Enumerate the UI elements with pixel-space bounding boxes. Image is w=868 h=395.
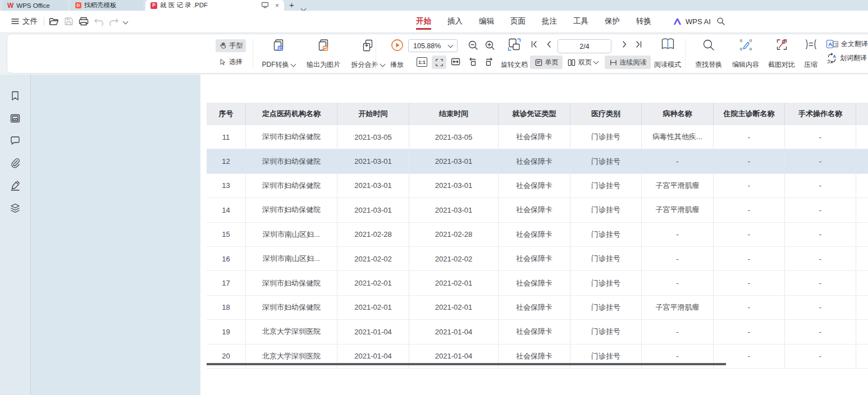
pdf-page[interactable]: 序号定点医药机构名称开始时间结束时间就诊凭证类型医疗类别病种名称住院主诊断名称手… — [200, 75, 868, 395]
table-cell: 2021-03-05 — [337, 125, 409, 149]
previous-page-button[interactable] — [545, 40, 553, 50]
first-page-button[interactable] — [530, 40, 538, 50]
quick-access-chevron-icon[interactable] — [124, 11, 127, 32]
tab-wps-office[interactable]: W WPS Office — [2, 0, 68, 11]
table-row[interactable]: 13深圳市妇幼保健院2021-03-012021-03-01社会保障卡门诊挂号子… — [207, 174, 868, 198]
rotate-left-button[interactable] — [468, 57, 478, 69]
screenshot-compare-button[interactable]: 截图对比 — [764, 38, 799, 70]
table-cell: - — [642, 223, 714, 246]
full-translate-button[interactable]: A 文 全文翻译 — [826, 39, 868, 49]
table-cell: - — [642, 320, 714, 343]
last-page-button[interactable] — [635, 40, 643, 50]
table-row[interactable]: 16深圳市南山区妇...2021-02-022021-02-02社会保障卡门诊挂… — [207, 247, 868, 271]
table-cell: 2021-02-28 — [409, 223, 499, 246]
zoom-out-button[interactable] — [468, 40, 479, 53]
pdf-convert-button[interactable]: W PDF转换 — [256, 38, 301, 70]
fit-page-button[interactable] — [450, 57, 461, 69]
open-file-button[interactable] — [48, 11, 60, 32]
signature-pen-icon — [10, 180, 21, 191]
rotate-right-button[interactable] — [483, 57, 494, 69]
menu-4[interactable]: 批注 — [542, 11, 557, 32]
next-page-button[interactable] — [620, 40, 628, 50]
undo-button[interactable] — [94, 11, 104, 32]
double-page-icon — [567, 58, 576, 67]
bookmarks-panel-button[interactable] — [10, 90, 21, 102]
menu-7[interactable]: 转换 — [636, 11, 651, 32]
table-row[interactable]: 15深圳市南山区妇...2021-02-282021-02-28社会保障卡门诊挂… — [207, 223, 868, 247]
redo-icon — [108, 17, 119, 26]
close-tab-icon[interactable]: × — [275, 2, 279, 10]
continuous-read-button[interactable]: 连续阅读 — [605, 56, 651, 69]
layers-panel-button[interactable] — [10, 203, 21, 214]
find-replace-button[interactable]: 查找替换 — [690, 38, 727, 70]
read-mode-button[interactable]: 阅读模式 — [646, 37, 689, 70]
new-tab-button[interactable]: + — [289, 0, 294, 10]
actual-size-button[interactable]: 1:1 — [417, 57, 427, 67]
table-row[interactable]: 11深圳市妇幼保健院2021-03-052021-03-05社会保障卡门诊挂号病… — [207, 125, 868, 149]
tab-label: 找稻壳模板 — [84, 1, 117, 10]
table-cell: 深圳市妇幼保健院 — [246, 149, 337, 173]
table-cell: - — [785, 149, 856, 173]
table-row[interactable]: 18深圳市妇幼保健院2021-02-012021-02-01社会保障卡门诊挂号子… — [207, 296, 868, 320]
fit-width-button[interactable] — [432, 56, 446, 69]
tab-document[interactable]: P 就 医 记 录 .PDF × — [145, 0, 284, 11]
wps-logo-icon: W — [7, 2, 13, 9]
zoom-in-button[interactable] — [485, 40, 496, 53]
table-cell: 社会保障卡 — [499, 296, 570, 319]
document-canvas[interactable]: 序号定点医药机构名称开始时间结束时间就诊凭证类型医疗类别病种名称住院主诊断名称手… — [31, 75, 868, 395]
zoom-level-select[interactable]: 105.88% — [408, 39, 458, 52]
edit-content-button[interactable]: 编辑内容 — [727, 38, 764, 70]
comments-panel-button[interactable] — [10, 135, 21, 146]
menu-1[interactable]: 插入 — [447, 11, 463, 32]
table-row[interactable]: 19北京大学深圳医院2021-01-042021-01-04社会保障卡门诊挂号-… — [207, 320, 868, 344]
menu-3[interactable]: 页面 — [510, 11, 526, 32]
table-cell: 门诊挂号 — [570, 271, 642, 295]
menu-2[interactable]: 编辑 — [479, 11, 494, 32]
print-button[interactable] — [78, 11, 89, 32]
divider — [44, 17, 44, 26]
table-cell: 2021-02-01 — [337, 296, 409, 319]
export-image-button[interactable]: 输出为图片 — [301, 38, 346, 70]
bookmark-icon — [10, 90, 21, 102]
thumbnails-panel-button[interactable] — [10, 113, 21, 124]
select-tool-button[interactable]: 选择 — [216, 56, 246, 68]
toolbar: 手型 选择 W PDF转换 输出为图片 拆分合并 — [7, 34, 868, 74]
search-menu-button[interactable] — [716, 11, 725, 32]
tab-docer[interactable]: D 找稻壳模板 — [70, 0, 143, 11]
table-row[interactable]: 12深圳市妇幼保健院2021-03-012021-03-01社会保障卡门诊挂号-… — [207, 149, 868, 173]
table-cell: 深圳市妇幼保健院 — [246, 271, 337, 295]
tab-label: WPS Office — [16, 2, 49, 9]
double-page-button[interactable]: 双页 — [567, 56, 598, 69]
table-cell: 11 — [207, 125, 246, 149]
page-number-input[interactable]: 2/4 — [558, 39, 611, 53]
attachments-panel-button[interactable] — [10, 158, 21, 169]
table-cell: - — [714, 271, 785, 295]
redo-button[interactable] — [108, 11, 119, 32]
table-cell: 深圳市南山区妇... — [246, 247, 337, 270]
table-cell: 子宫平滑肌瘤 — [642, 296, 714, 319]
zoom-in-icon — [485, 40, 496, 51]
table-cell: 2021-02-01 — [337, 271, 409, 295]
hand-tool-button[interactable]: 手型 — [216, 39, 246, 52]
rotate-document-button[interactable]: 旋转文档 — [495, 37, 534, 70]
present-to-screen-icon[interactable] — [261, 2, 269, 10]
table-cell: 17 — [207, 271, 246, 295]
table-cell: 社会保障卡 — [499, 198, 570, 222]
table-cell — [856, 223, 868, 246]
wps-ai-button[interactable]: WPS AI — [673, 11, 711, 32]
table-row[interactable]: 17深圳市妇幼保健院2021-02-012021-02-01社会保障卡门诊挂号-… — [207, 271, 868, 295]
menu-6[interactable]: 保护 — [605, 11, 620, 32]
compress-button[interactable]: 压缩 — [798, 38, 824, 70]
table-cell — [856, 149, 868, 173]
table-cell: 19 — [207, 320, 246, 343]
table-row[interactable]: 14深圳市妇幼保健院2021-03-012021-03-01社会保障卡门诊挂号子… — [207, 198, 868, 222]
first-page-icon — [530, 40, 538, 48]
menu-0[interactable]: 开始 — [416, 11, 431, 32]
word-translate-button[interactable]: A 文 划词翻译 — [826, 53, 868, 63]
single-page-button[interactable]: 单页 — [530, 56, 563, 69]
menu-5[interactable]: 工具 — [573, 11, 588, 32]
signature-panel-button[interactable] — [10, 180, 21, 191]
table-cell: - — [785, 125, 856, 149]
file-menu[interactable]: 文件 — [11, 11, 38, 32]
save-button[interactable] — [63, 11, 74, 32]
